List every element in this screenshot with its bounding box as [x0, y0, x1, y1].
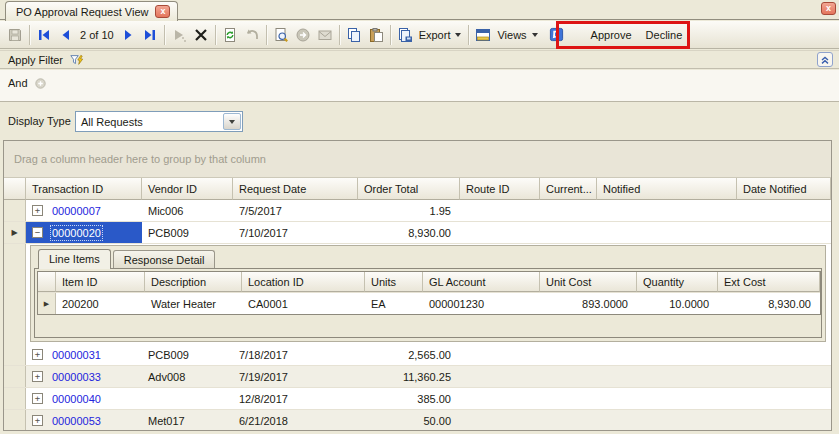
table-row[interactable]: +00000040 12/8/2017 385.00: [4, 388, 831, 410]
date-cell: 12/8/2017: [233, 388, 358, 409]
apply-filter-bar[interactable]: Apply Filter: [0, 50, 839, 69]
transaction-id-link[interactable]: 00000007: [52, 205, 101, 217]
row-gutter: [4, 344, 26, 365]
table-row[interactable]: +00000033 Adv008 7/19/2017 11,360.25: [4, 366, 831, 388]
delete-icon[interactable]: [190, 24, 212, 46]
vendor-cell: Mic006: [142, 200, 233, 221]
collapse-chevrons-icon[interactable]: [817, 52, 833, 67]
column-header-description[interactable]: Description: [145, 272, 242, 292]
column-header-location-id[interactable]: Location ID: [242, 272, 365, 292]
group-by-hint: Drag a column header here to group by th…: [14, 153, 266, 165]
row-indicator-icon: ▶: [38, 293, 56, 314]
column-header-gl-account[interactable]: GL Account: [423, 272, 540, 292]
transaction-id-link[interactable]: 00000040: [52, 393, 101, 405]
row-gutter: [4, 388, 26, 409]
filter-lightning-icon: [69, 53, 84, 67]
table-row[interactable]: +00000007 Mic006 7/5/2017 1.95: [4, 200, 831, 222]
grid-header-row: Transaction ID Vendor ID Request Date Or…: [4, 178, 831, 200]
combo-dropdown-icon[interactable]: [223, 113, 241, 130]
expand-icon[interactable]: +: [32, 349, 43, 360]
transaction-id-link[interactable]: 00000031: [52, 349, 101, 361]
table-row-selected[interactable]: ▶ −00000020 PCB009 7/10/2017 8,930.00: [4, 222, 831, 244]
export-button[interactable]: Export: [416, 29, 454, 41]
toolbar-separator: [339, 25, 340, 45]
tab-response-detail[interactable]: Response Detail: [113, 250, 216, 268]
previous-record-icon[interactable]: [55, 24, 77, 46]
first-record-icon[interactable]: [33, 24, 55, 46]
add-condition-icon[interactable]: [34, 77, 47, 90]
tab-po-approval-request-view[interactable]: PO Approval Request View x: [5, 1, 178, 21]
column-header-quantity[interactable]: Quantity: [637, 272, 718, 292]
column-header-vendor-id[interactable]: Vendor ID: [142, 178, 233, 200]
views-dropdown-icon[interactable]: [532, 33, 538, 37]
date-cell: 7/5/2017: [233, 200, 358, 221]
row-gutter: [4, 244, 26, 344]
next-record-icon[interactable]: [117, 24, 139, 46]
filter-operator-label[interactable]: And: [8, 77, 28, 89]
transaction-id-link[interactable]: 00000033: [52, 371, 101, 383]
approve-button[interactable]: Approve: [584, 27, 639, 43]
transaction-id-link[interactable]: 00000020: [52, 227, 101, 239]
column-header-order-total[interactable]: Order Total: [358, 178, 460, 200]
tab-title: PO Approval Request View: [16, 6, 148, 18]
views-icon[interactable]: [472, 24, 494, 46]
paste-icon[interactable]: [365, 24, 387, 46]
collapse-icon[interactable]: −: [32, 227, 43, 238]
tab-line-items[interactable]: Line Items: [38, 249, 111, 269]
export-dropdown-icon[interactable]: [455, 33, 461, 37]
group-by-area[interactable]: Drag a column header here to group by th…: [4, 141, 831, 178]
quantity-cell: 10.0000: [637, 293, 718, 314]
date-cell: 7/10/2017: [233, 222, 358, 243]
run-icon: [168, 24, 190, 46]
print-preview-icon[interactable]: [270, 24, 292, 46]
save-icon[interactable]: [4, 24, 26, 46]
date-cell: 7/19/2017: [233, 366, 358, 387]
column-header-request-date[interactable]: Request Date: [233, 178, 358, 200]
date-cell: 6/21/2018: [233, 410, 358, 431]
detail-panel: Line Items Response Detail Item ID Descr…: [30, 245, 826, 342]
po-approval-window: PO Approval Request View x x 2 of 10: [0, 0, 839, 434]
column-header-route-id[interactable]: Route ID: [460, 178, 540, 200]
decline-button[interactable]: Decline: [639, 27, 690, 43]
total-cell: 50.00: [358, 410, 460, 431]
toolbar-separator: [266, 25, 267, 45]
total-cell: 2,565.00: [358, 344, 460, 365]
column-header-transaction-id[interactable]: Transaction ID: [26, 178, 142, 200]
detail-tab-content: Item ID Description Location ID Units GL…: [34, 268, 822, 338]
vendor-cell: Met017: [142, 410, 233, 431]
row-indicator-icon: ▶: [4, 222, 26, 243]
date-cell: 7/18/2017: [233, 344, 358, 365]
expand-icon[interactable]: +: [32, 415, 43, 426]
open-window-icon[interactable]: [546, 24, 568, 46]
refresh-icon[interactable]: [219, 24, 241, 46]
toolbar-separator: [468, 25, 469, 45]
expand-icon[interactable]: +: [32, 371, 43, 382]
column-header-ext-cost[interactable]: Ext Cost: [718, 272, 820, 292]
vendor-cell: [142, 388, 233, 409]
toolbar-separator: [29, 25, 30, 45]
display-type-select[interactable]: All Requests: [75, 111, 243, 132]
column-header-item-id[interactable]: Item ID: [56, 272, 145, 292]
column-header-units[interactable]: Units: [365, 272, 423, 292]
units-cell: EA: [365, 293, 423, 314]
detail-tabs: Line Items Response Detail: [31, 246, 825, 268]
views-button[interactable]: Views: [494, 29, 529, 41]
last-record-icon[interactable]: [139, 24, 161, 46]
column-header-notified[interactable]: Notified: [597, 178, 737, 200]
column-header-unit-cost[interactable]: Unit Cost: [540, 272, 637, 292]
export-icon[interactable]: [394, 24, 416, 46]
display-type-value: All Requests: [76, 116, 223, 128]
tab-close-icon[interactable]: x: [155, 5, 170, 18]
unit-cost-cell: 893.0000: [540, 293, 637, 314]
expand-icon[interactable]: +: [32, 205, 43, 216]
expand-icon[interactable]: +: [32, 393, 43, 404]
copy-icon[interactable]: [343, 24, 365, 46]
row-gutter: [4, 200, 26, 221]
table-row[interactable]: +00000053 Met017 6/21/2018 50.00: [4, 410, 831, 431]
column-header-current[interactable]: Current...: [540, 178, 597, 200]
column-header-date-notified[interactable]: Date Notified: [737, 178, 831, 200]
transaction-id-link[interactable]: 00000053: [52, 415, 101, 427]
table-row[interactable]: +00000031 PCB009 7/18/2017 2,565.00: [4, 344, 831, 366]
window-close-icon[interactable]: x: [821, 2, 836, 15]
line-item-row[interactable]: ▶ 200200 Water Heater CA0001 EA 00000123…: [38, 292, 820, 314]
